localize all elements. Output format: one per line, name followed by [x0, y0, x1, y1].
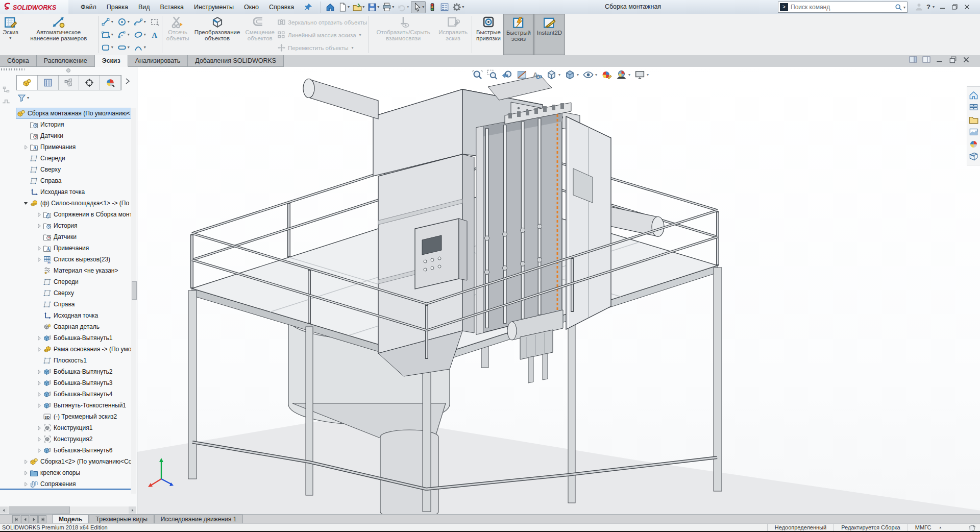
- sketch-button[interactable]: Эскиз ▾: [0, 14, 21, 55]
- annotation-visibility-button[interactable]: A: [531, 69, 542, 80]
- tree-item-content[interactable]: Бобышка-Вытянуть3: [42, 378, 114, 388]
- tree-item-content[interactable]: AПримечания: [29, 142, 77, 152]
- dropdown-icon[interactable]: ▾: [422, 5, 424, 9]
- panel-splitter-handle[interactable]: [0, 67, 137, 72]
- tree-item-content[interactable]: Сборка1<2> (По умолчанию<Соо: [29, 456, 131, 467]
- expander-right-icon[interactable]: [36, 369, 42, 375]
- tree-item-content[interactable]: (ф) Силос-площадка<1> -> (По у: [29, 198, 131, 208]
- tree-item-content[interactable]: Сверху: [42, 288, 76, 298]
- tree-item[interactable]: Конструкция2: [0, 433, 131, 445]
- display-pane-icon[interactable]: [922, 56, 930, 64]
- tree-item-content[interactable]: Справа: [29, 176, 63, 186]
- dropdown-icon[interactable]: ▾: [462, 5, 464, 9]
- file-explorer-icon[interactable]: [969, 115, 978, 125]
- tree-item-content[interactable]: Конструкция2: [42, 434, 94, 444]
- tree-item-content[interactable]: Сверху: [29, 164, 62, 175]
- tree-item-content[interactable]: 3D(-) Трехмерный эскиз2: [42, 412, 118, 422]
- bottom-tab-Трехмерные виды[interactable]: Трехмерные виды: [89, 515, 154, 524]
- units-dropdown-icon[interactable]: ▴: [939, 524, 941, 531]
- dropdown-icon[interactable]: ▾: [128, 19, 132, 24]
- tree-item[interactable]: Датчики: [0, 130, 131, 141]
- custom-properties-icon[interactable]: [969, 152, 978, 161]
- tab-Сборка[interactable]: Сборка: [0, 55, 37, 67]
- tree-item[interactable]: Датчики: [0, 231, 131, 243]
- scrollbar-thumb[interactable]: [9, 506, 70, 514]
- tree-item-content[interactable]: Конструкция1: [42, 423, 94, 433]
- autodimension-button[interactable]: Автоматическое нанесение размеров: [21, 14, 96, 55]
- tree-item-content[interactable]: Сопряжения в Сборка монта: [42, 209, 131, 220]
- open-button[interactable]: ▾: [352, 2, 365, 13]
- instant2d-button[interactable]: Instant2D: [534, 14, 565, 55]
- tree-item[interactable]: История: [0, 220, 131, 231]
- expander-right-icon[interactable]: [36, 223, 42, 229]
- tree-item[interactable]: xxСписок вырезов(23): [0, 254, 131, 265]
- tree-vertical-scrollbar[interactable]: [131, 108, 136, 494]
- dropdown-icon[interactable]: ▾: [128, 45, 132, 50]
- dropdown-icon[interactable]: ▾: [577, 72, 579, 77]
- rounded-rectangle-button[interactable]: ▾: [101, 41, 115, 54]
- undo-button[interactable]: ▾: [396, 2, 410, 13]
- minimize-button[interactable]: [937, 2, 949, 12]
- mirror-entities-button[interactable]: Зеркально отразить объекты: [277, 16, 367, 29]
- tree-item-content[interactable]: Сборка монтажная (По умолчанию<: [16, 108, 131, 119]
- model-3d[interactable]: [137, 67, 980, 515]
- tree-item-content[interactable]: Вытянуть-Тонкостенный1: [42, 400, 128, 410]
- line-button[interactable]: ▾: [101, 15, 115, 28]
- expander-right-icon[interactable]: [36, 436, 42, 443]
- search-icon[interactable]: [895, 4, 902, 11]
- design-library-icon[interactable]: [969, 103, 978, 112]
- tree-item[interactable]: Справа: [0, 175, 131, 186]
- tree-item-content[interactable]: Рама основания -> (По умол: [42, 344, 131, 354]
- linear-pattern-button[interactable]: Линейный массив эскиза ▾: [277, 29, 367, 41]
- quick-tips-icon[interactable]: [969, 524, 976, 531]
- tree-item[interactable]: Бобышка-Вытянуть4: [0, 389, 131, 400]
- menu-Вид[interactable]: Вид: [133, 1, 155, 14]
- tree-item-content[interactable]: Спереди: [42, 277, 80, 287]
- sketch-dropdown-icon[interactable]: ▾: [9, 36, 11, 40]
- dropdown-icon[interactable]: ▾: [111, 32, 115, 37]
- tree-item[interactable]: (ф) Силос-площадка<1> -> (По у: [0, 198, 131, 209]
- quick-snaps-button[interactable]: Быстрые привязки: [474, 14, 503, 55]
- dropdown-icon[interactable]: ▾: [348, 5, 350, 9]
- tree-item-content[interactable]: Исходная точка: [29, 187, 86, 197]
- expander-right-icon[interactable]: [36, 256, 42, 263]
- new-document-button[interactable]: ▾: [337, 2, 351, 13]
- tree-item-content[interactable]: Бобышка-Вытянуть1: [42, 333, 114, 343]
- tree-item[interactable]: Сопряжения: [0, 478, 131, 490]
- command-search[interactable]: > ▾: [778, 2, 908, 13]
- previous-view-button[interactable]: [502, 69, 512, 80]
- tree-filter[interactable]: ▾: [17, 93, 29, 102]
- expander-right-icon[interactable]: [36, 402, 42, 409]
- tab-Анализировать[interactable]: Анализировать: [128, 55, 188, 67]
- tree-item-content[interactable]: История: [29, 119, 66, 130]
- tree-item[interactable]: Материал <не указан>: [0, 265, 131, 276]
- tree-item[interactable]: Сборка монтажная (По умолчанию<: [0, 108, 131, 119]
- filter-dropdown-icon[interactable]: ▾: [27, 95, 29, 100]
- configurationmanager-tab[interactable]: [59, 76, 80, 90]
- dropdown-icon[interactable]: ▾: [144, 45, 148, 50]
- offset-entities-button[interactable]: Смещение объектов: [242, 14, 277, 55]
- expander-right-icon[interactable]: [36, 346, 42, 353]
- dropdown-icon[interactable]: ▾: [628, 72, 630, 77]
- arc-button[interactable]: ▾: [117, 28, 132, 41]
- text-button[interactable]: A: [150, 28, 159, 41]
- scrollbar-thumb[interactable]: [132, 281, 137, 300]
- panel-flyout-chevron-icon[interactable]: [124, 77, 132, 85]
- previous-tab-button[interactable]: [21, 515, 29, 523]
- flyout-tree-icon[interactable]: [2, 85, 11, 94]
- dropdown-icon[interactable]: ▾: [377, 5, 379, 9]
- tree-item-content[interactable]: Бобышка-Вытянуть6: [42, 445, 114, 455]
- menu-Окно[interactable]: Окно: [239, 1, 264, 14]
- tab-Добавления SOLIDWORKS[interactable]: Добавления SOLIDWORKS: [188, 55, 284, 67]
- expander-right-icon[interactable]: [36, 211, 42, 218]
- slot-button[interactable]: ▾: [117, 41, 132, 54]
- step-icon[interactable]: [2, 96, 11, 106]
- help-dropdown-icon[interactable]: ▾: [933, 5, 935, 9]
- tree-item[interactable]: Сопряжения в Сборка монта: [0, 209, 131, 220]
- edit-appearance-button[interactable]: [601, 69, 612, 80]
- menu-Вставка[interactable]: Вставка: [155, 1, 189, 14]
- tree-item[interactable]: Сверху: [0, 164, 131, 175]
- first-tab-button[interactable]: [12, 515, 20, 523]
- tree-item[interactable]: Спереди: [0, 153, 131, 164]
- search-scope-icon[interactable]: >: [780, 3, 788, 11]
